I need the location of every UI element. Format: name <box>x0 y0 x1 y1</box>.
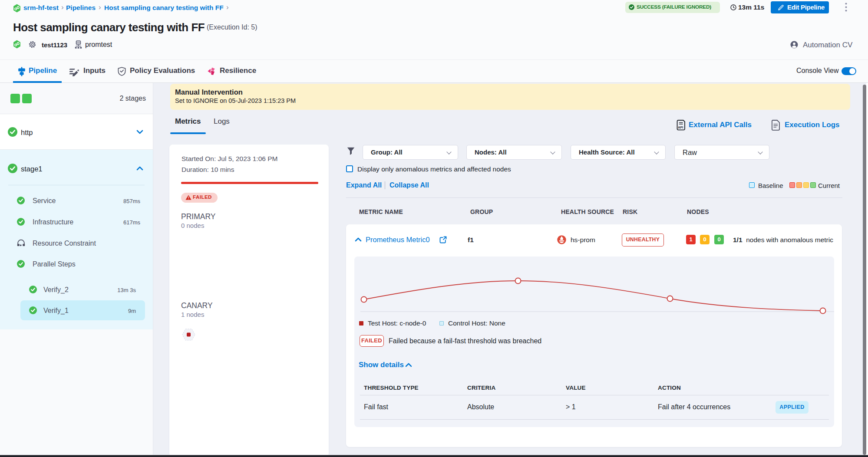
svg-text:API: API <box>678 125 683 129</box>
